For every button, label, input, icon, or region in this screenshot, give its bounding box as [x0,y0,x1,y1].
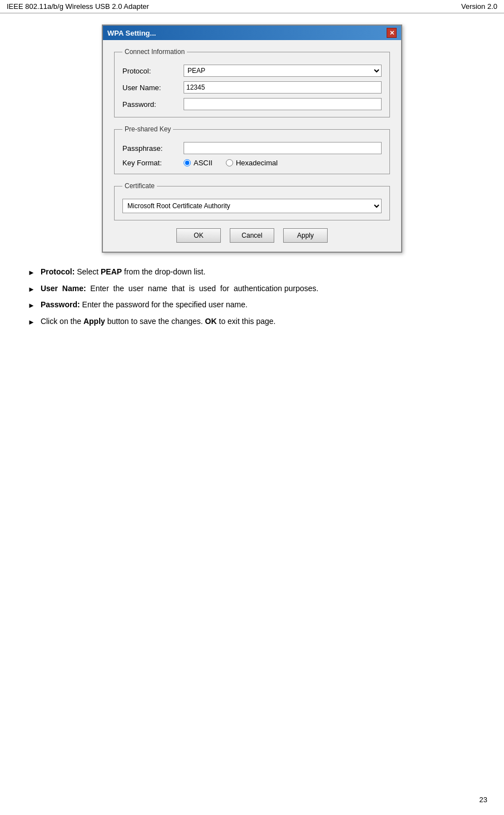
protocol-label: Protocol: [122,67,184,75]
ascii-radio[interactable] [184,159,191,166]
instruction-apply: ► Click on the Apply button to save the … [28,316,487,328]
dialog-buttons: OK Cancel Apply [114,228,390,243]
hex-option[interactable]: Hexadecimal [226,159,278,167]
dialog-title: WPA Setting... [107,29,156,37]
username-row: User Name: [122,81,382,94]
page-title: IEEE 802.11a/b/g Wireless USB 2.0 Adapte… [7,2,149,11]
preshared-key-group: Pre-shared Key Passphrase: Key Format: A… [114,125,390,174]
protocol-bold: Protocol: [41,267,75,276]
instruction-text-4: Click on the Apply button to save the ch… [41,316,487,327]
passphrase-label: Passphrase: [122,144,184,153]
ascii-option[interactable]: ASCII [184,159,213,167]
instruction-username: ► User Name: Enter the user name that is… [28,283,487,295]
password-label: Password: [122,100,184,109]
ok-button[interactable]: OK [176,228,221,243]
key-format-label: Key Format: [122,159,184,167]
bullet-4: ► [28,317,35,328]
preshared-key-legend: Pre-shared Key [122,125,173,133]
key-format-row: Key Format: ASCII Hexadecimal [122,159,382,167]
dialog-close-button[interactable]: ✕ [387,28,397,38]
wpa-dialog: WPA Setting... ✕ Connect Information Pro… [102,24,402,253]
protocol-select[interactable]: PEAP TLS TTLS [184,65,382,77]
page-version: Version 2.0 [461,2,497,11]
password-input[interactable] [184,98,382,110]
dialog-body: Connect Information Protocol: PEAP TLS T… [103,40,401,252]
password-row: Password: [122,98,382,110]
instructions-section: ► Protocol: Select PEAP from the drop-do… [28,266,487,327]
page-footer: 23 [480,796,487,804]
instruction-password: ► Password: Enter the password for the s… [28,299,487,311]
certificate-group: Certificate Microsoft Root Certificate A… [114,182,390,220]
username-input[interactable] [184,81,382,94]
ascii-label: ASCII [194,159,213,167]
page-header: IEEE 802.11a/b/g Wireless USB 2.0 Adapte… [0,0,504,13]
bullet-1: ► [28,267,35,278]
passphrase-input[interactable] [184,142,382,154]
username-bold: User Name: [41,284,86,293]
apply-bold: Apply [83,317,105,326]
apply-button[interactable]: Apply [283,228,328,243]
dialog-area: WPA Setting... ✕ Connect Information Pro… [17,24,487,253]
certificate-legend: Certificate [122,182,157,190]
key-format-options: ASCII Hexadecimal [184,159,278,167]
dialog-titlebar: WPA Setting... ✕ [103,26,401,40]
protocol-row: Protocol: PEAP TLS TTLS [122,65,382,77]
connect-info-legend: Connect Information [122,48,187,56]
passphrase-row: Passphrase: [122,142,382,154]
peap-bold: PEAP [101,267,122,276]
main-content: WPA Setting... ✕ Connect Information Pro… [0,13,504,343]
instruction-text-2: User Name: Enter the user name that is u… [41,283,487,294]
bullet-3: ► [28,300,35,311]
password-bold: Password: [41,300,80,309]
cert-select-row: Microsoft Root Certificate Authority [122,199,382,213]
certificate-select[interactable]: Microsoft Root Certificate Authority [122,199,382,213]
username-label: User Name: [122,84,184,92]
page-number: 23 [480,796,487,804]
hex-radio[interactable] [226,159,233,166]
bullet-2: ► [28,284,35,295]
hex-label: Hexadecimal [236,159,278,167]
connect-info-group: Connect Information Protocol: PEAP TLS T… [114,48,390,117]
cancel-button[interactable]: Cancel [230,228,274,243]
ok-bold: OK [205,317,217,326]
instruction-text-1: Protocol: Select PEAP from the drop-down… [41,266,487,278]
instruction-text-3: Password: Enter the password for the spe… [41,299,487,311]
instruction-protocol: ► Protocol: Select PEAP from the drop-do… [28,266,487,278]
